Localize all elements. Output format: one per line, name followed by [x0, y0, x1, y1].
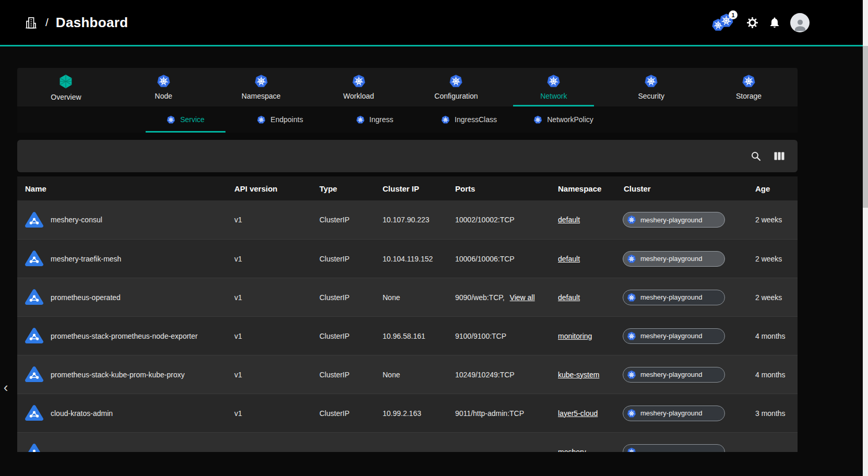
tab-security[interactable]: Security — [602, 68, 700, 106]
kubernetes-icon — [627, 254, 636, 264]
api-version-cell: v1 — [226, 216, 311, 224]
cluster-chip[interactable]: meshery-playground — [623, 251, 725, 267]
cluster-chip[interactable]: meshery-playground — [623, 290, 725, 305]
namespace-cell: layer5-cloud — [550, 409, 615, 418]
notifications-icon — [768, 16, 781, 29]
api-version-cell: v1 — [226, 371, 311, 379]
table-row[interactable]: prometheus-operated v1 ClusterIP None 90… — [17, 278, 798, 316]
subtab-ingress[interactable]: Ingress — [327, 106, 422, 133]
namespace-link[interactable]: meshery- — [558, 448, 588, 453]
collapse-drawer-button[interactable]: ‹ — [0, 377, 11, 398]
subtab-label: Ingress — [370, 115, 394, 124]
subtab-service[interactable]: Service — [138, 106, 233, 133]
column-header-cluster[interactable]: Cluster — [615, 184, 747, 193]
kubernetes-icon — [441, 115, 450, 124]
cluster-chip-label: meshery-playground — [640, 293, 703, 301]
column-header-api-version[interactable]: API version — [226, 184, 311, 193]
api-version-cell: v1 — [226, 409, 311, 418]
notifications-button[interactable] — [768, 16, 781, 29]
namespace-link[interactable]: monitoring — [558, 332, 592, 340]
table-row[interactable]: meshery-traefik-mesh v1 ClusterIP 10.104… — [17, 239, 798, 278]
scrollbar-thumb[interactable] — [863, 46, 868, 208]
kubernetes-icon — [627, 215, 636, 224]
service-name: prometheus-operated — [51, 293, 121, 302]
cluster-ip-cell: None — [374, 371, 447, 379]
profile-button[interactable] — [790, 13, 810, 32]
kubernetes-icon — [352, 74, 366, 88]
namespace-link[interactable]: default — [558, 255, 580, 263]
service-name: meshery-consul — [51, 216, 102, 224]
ports-cell: 9011/http-admin:TCP — [447, 409, 550, 418]
subtab-endpoints[interactable]: Endpoints — [233, 106, 327, 133]
kubernetes-icon — [356, 115, 365, 124]
cluster-chip-label: meshery-playground — [640, 255, 703, 263]
kubernetes-icon — [167, 115, 175, 124]
view-all-ports-link[interactable]: View all — [510, 293, 535, 302]
table-row[interactable]: prometheus-stack-kube-prom-kube-proxy v1… — [17, 355, 798, 394]
tab-overview[interactable]: Overview — [17, 68, 115, 106]
search-button[interactable] — [750, 150, 762, 162]
kubernetes-icon — [254, 74, 268, 88]
view-columns-button[interactable] — [772, 150, 785, 162]
kubernetes-icon — [627, 409, 636, 418]
namespace-cell: default — [550, 216, 615, 224]
ports-value: 10006/10006:TCP — [455, 255, 515, 263]
namespace-link[interactable]: default — [558, 216, 580, 224]
cluster-cell: meshery-playground — [615, 367, 747, 383]
table-toolbar — [17, 140, 798, 172]
name-cell — [17, 442, 226, 452]
search-icon — [750, 150, 762, 162]
tab-network[interactable]: Network — [505, 68, 602, 106]
kubernetes-icon — [627, 293, 636, 302]
column-header-age[interactable]: Age — [747, 184, 798, 193]
age-cell: 2 weeks — [747, 293, 798, 302]
subtab-label: Endpoints — [270, 115, 303, 124]
column-header-cluster-ip[interactable]: Cluster IP — [374, 184, 447, 193]
ports-value: 10002/10002:TCP — [455, 216, 515, 224]
kubernetes-icon — [449, 74, 463, 88]
subtab-ingressclass[interactable]: IngressClass — [422, 106, 516, 133]
column-header-namespace[interactable]: Namespace — [550, 184, 615, 193]
cluster-chip-label: meshery-playground — [640, 371, 703, 378]
cluster-chip[interactable]: meshery-playground — [623, 367, 725, 383]
cluster-cell: meshery-playground — [615, 212, 747, 228]
cluster-chip[interactable] — [623, 444, 725, 453]
tab-label: Namespace — [242, 92, 281, 100]
namespace-link[interactable]: kube-system — [558, 371, 599, 379]
tab-storage[interactable]: Storage — [700, 68, 798, 106]
cluster-context-button[interactable]: 1 — [711, 12, 736, 33]
building-icon[interactable] — [24, 16, 38, 30]
name-cell: prometheus-operated — [17, 288, 226, 307]
age-cell: 4 months — [747, 332, 798, 340]
column-header-type[interactable]: Type — [311, 184, 374, 193]
namespace-cell: default — [550, 293, 615, 302]
api-version-cell: v1 — [226, 255, 311, 263]
subtab-networkpolicy[interactable]: NetworkPolicy — [516, 106, 611, 133]
namespace-link[interactable]: layer5-cloud — [558, 409, 598, 418]
tab-workload[interactable]: Workload — [310, 68, 408, 106]
table-row[interactable]: cloud-kratos-admin v1 ClusterIP 10.99.2.… — [17, 394, 798, 432]
kubernetes-icon — [157, 74, 171, 88]
column-header-ports[interactable]: Ports — [447, 184, 550, 193]
vertical-scrollbar[interactable] — [863, 0, 868, 476]
name-cell: prometheus-stack-prometheus-node-exporte… — [17, 326, 226, 346]
column-header-name[interactable]: Name — [17, 184, 226, 193]
table-row[interactable]: prometheus-stack-prometheus-node-exporte… — [17, 316, 798, 355]
cluster-ip-cell: 10.99.2.163 — [374, 409, 447, 418]
cluster-chip[interactable]: meshery-playground — [623, 212, 725, 228]
namespace-link[interactable]: default — [558, 293, 580, 302]
table-row[interactable]: meshery- — [17, 432, 798, 452]
ports-value: 10249/10249:TCP — [455, 371, 515, 379]
tab-configuration[interactable]: Configuration — [408, 68, 505, 106]
cluster-cell — [615, 444, 747, 453]
cluster-chip[interactable]: meshery-playground — [623, 406, 725, 421]
settings-button[interactable] — [746, 16, 759, 29]
table-header-row: Name API version Type Cluster IP Ports N… — [17, 176, 798, 200]
cluster-chip[interactable]: meshery-playground — [623, 328, 725, 344]
kubernetes-icon — [627, 331, 636, 341]
tab-label: Storage — [736, 92, 762, 100]
table-row[interactable]: meshery-consul v1 ClusterIP 10.107.90.22… — [17, 200, 798, 239]
resource-category-tabs: Overview Node Namespace Workload Configu… — [17, 68, 798, 106]
tab-namespace[interactable]: Namespace — [212, 68, 310, 106]
tab-node[interactable]: Node — [115, 68, 212, 106]
